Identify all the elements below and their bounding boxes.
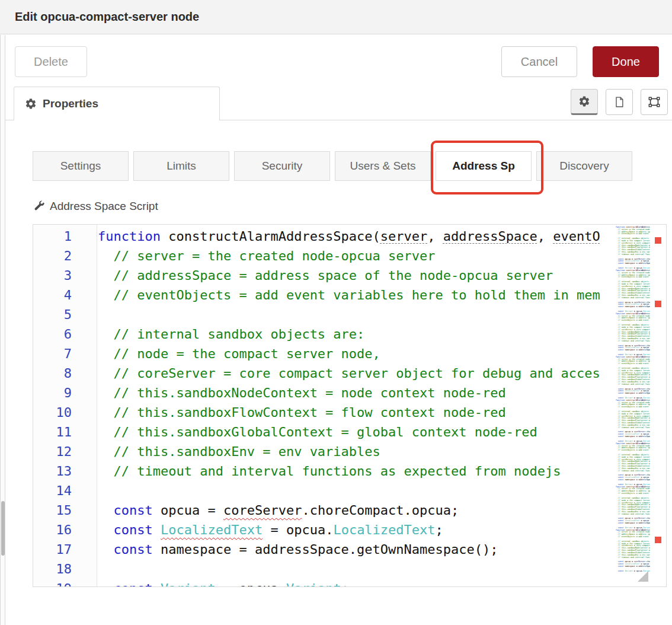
line-number: 10 bbox=[33, 403, 97, 422]
line-number: 15 bbox=[33, 500, 97, 520]
script-label-text: Address Space Script bbox=[50, 200, 158, 213]
script-section-label: Address Space Script bbox=[33, 200, 158, 213]
wrench-icon bbox=[33, 200, 45, 213]
code-line[interactable]: // coreServer = core compact server obje… bbox=[98, 363, 614, 383]
subtabs: SettingsLimitsSecurityUsers & SetsAddres… bbox=[33, 151, 632, 181]
line-number: 17 bbox=[33, 540, 97, 559]
line-number: 3 bbox=[33, 266, 97, 285]
appearance-frame-icon bbox=[648, 95, 661, 109]
code-line[interactable] bbox=[98, 559, 614, 579]
tab-properties[interactable]: Properties bbox=[14, 87, 220, 120]
properties-label: Properties bbox=[43, 97, 98, 110]
page-scrollbar[interactable] bbox=[0, 35, 5, 625]
code-line[interactable]: // eventObjects = add event variables he… bbox=[98, 285, 614, 305]
line-number: 5 bbox=[33, 305, 97, 324]
code-line[interactable]: const Variant = opcua.Variant; bbox=[98, 579, 614, 586]
code-line[interactable]: // this.sandboxFlowContext = flow contex… bbox=[98, 403, 614, 422]
line-number: 2 bbox=[33, 246, 97, 266]
line-number: 9 bbox=[33, 383, 97, 403]
line-number: 18 bbox=[33, 559, 97, 579]
code-editor[interactable]: 12345678910111213141516171819 function c… bbox=[33, 224, 667, 587]
tab-limits[interactable]: Limits bbox=[133, 151, 229, 181]
editor-code[interactable]: function constructAlarmAddressSpace(serv… bbox=[98, 225, 614, 586]
line-number: 13 bbox=[33, 461, 97, 481]
editor-minimap-content: function constructAlarmAddressSpace(serv… bbox=[616, 226, 650, 572]
done-button[interactable]: Done bbox=[593, 46, 659, 77]
tab-address-sp[interactable]: Address Sp bbox=[436, 151, 532, 181]
code-line[interactable]: // internal sandbox objects are: bbox=[98, 324, 614, 344]
code-line[interactable]: // this.sandboxNodeContext = node contex… bbox=[98, 383, 614, 403]
error-marker[interactable] bbox=[655, 301, 661, 307]
tab-discovery[interactable]: Discovery bbox=[536, 151, 632, 181]
code-line[interactable]: // addressSpace = address space of the n… bbox=[98, 266, 614, 285]
line-number: 11 bbox=[33, 422, 97, 442]
line-number: 7 bbox=[33, 344, 97, 363]
code-line[interactable]: const namespace = addressSpace.getOwnNam… bbox=[98, 540, 614, 559]
editor-resize-handle[interactable] bbox=[638, 571, 648, 582]
code-line[interactable]: function constructAlarmAddressSpace(serv… bbox=[98, 227, 614, 246]
code-line[interactable]: // server = the created node-opcua serve… bbox=[98, 246, 614, 266]
tab-settings[interactable]: Settings bbox=[33, 151, 129, 181]
page-scrollbar-thumb[interactable] bbox=[1, 501, 5, 556]
line-number: 1 bbox=[33, 227, 97, 246]
line-number: 6 bbox=[33, 324, 97, 344]
line-number: 14 bbox=[33, 481, 97, 500]
dialog-header: Edit opcua-compact-server node bbox=[0, 0, 672, 34]
code-line[interactable] bbox=[98, 305, 614, 324]
line-number: 16 bbox=[33, 520, 97, 540]
description-button[interactable] bbox=[606, 89, 633, 115]
editor-minimap[interactable]: function constructAlarmAddressSpace(serv… bbox=[616, 226, 650, 586]
dialog-title: Edit opcua-compact-server node bbox=[15, 10, 199, 24]
cancel-button[interactable]: Cancel bbox=[501, 46, 577, 77]
error-marker[interactable] bbox=[655, 537, 661, 543]
tab-security[interactable]: Security bbox=[234, 151, 330, 181]
tab-users-sets[interactable]: Users & Sets bbox=[335, 151, 431, 181]
code-line[interactable]: const LocalizedText = opcua.LocalizedTex… bbox=[98, 520, 614, 540]
code-line[interactable]: // this.sandboxGlobalContext = global co… bbox=[98, 422, 614, 442]
editor-annotation-gutter bbox=[650, 225, 666, 586]
error-marker[interactable] bbox=[655, 237, 661, 244]
edit-form-button[interactable] bbox=[571, 89, 598, 115]
gear-icon bbox=[25, 98, 37, 110]
code-line[interactable]: // node = the compact server node, bbox=[98, 344, 614, 363]
document-icon bbox=[613, 96, 625, 108]
gear-icon bbox=[578, 95, 590, 107]
code-line[interactable] bbox=[98, 481, 614, 500]
code-line[interactable]: // timeout and interval functions as exp… bbox=[98, 461, 614, 481]
line-number: 4 bbox=[33, 285, 97, 305]
delete-button[interactable]: Delete bbox=[15, 46, 87, 77]
line-number: 8 bbox=[33, 363, 97, 383]
editor-gutter[interactable]: 12345678910111213141516171819 bbox=[33, 225, 97, 586]
line-number: 19 bbox=[33, 579, 97, 586]
line-number: 12 bbox=[33, 442, 97, 461]
code-line[interactable]: const opcua = coreServer.choreCompact.op… bbox=[98, 500, 614, 520]
appearance-button[interactable] bbox=[641, 89, 668, 115]
code-line[interactable]: // this.sandboxEnv = env variables bbox=[98, 442, 614, 461]
